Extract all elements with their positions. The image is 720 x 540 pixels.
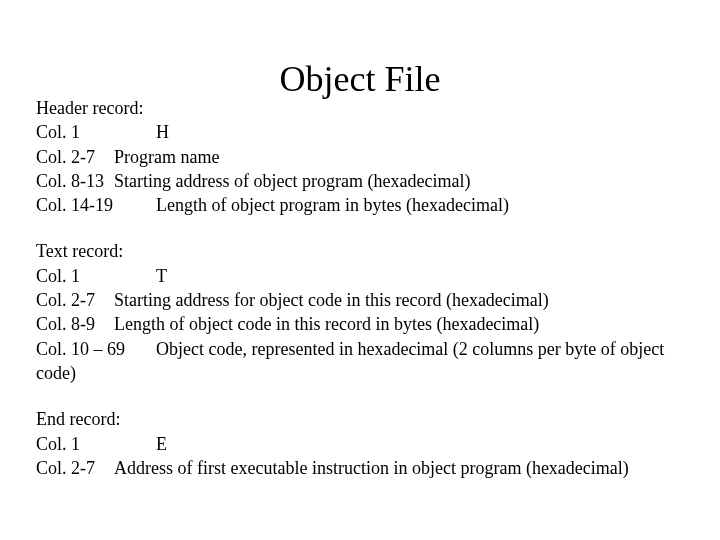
text-record-section: Text record: Col. 1T Col. 2-7Starting ad… xyxy=(36,239,684,385)
col-cell: Col. 2-7 xyxy=(36,456,114,480)
col-cell: Col. 1 xyxy=(36,120,156,144)
desc-cell: Starting address for object code in this… xyxy=(114,290,549,310)
text-row: Col. 2-7Starting address for object code… xyxy=(36,288,684,312)
desc-cell: H xyxy=(156,122,169,142)
header-record-label: Header record: xyxy=(36,96,684,120)
end-row: Col. 1E xyxy=(36,432,684,456)
text-record-label: Text record: xyxy=(36,239,684,263)
header-record-section: Header record: Col. 1H Col. 2-7Program n… xyxy=(36,96,684,217)
header-row: Col. 8-13Starting address of object prog… xyxy=(36,169,684,193)
end-row: Col. 2-7Address of first executable inst… xyxy=(36,456,684,480)
desc-cell: Length of object program in bytes (hexad… xyxy=(156,195,509,215)
desc-cell: E xyxy=(156,434,167,454)
end-record-label: End record: xyxy=(36,407,684,431)
desc-cell: Address of first executable instruction … xyxy=(114,458,629,478)
col-cell: Col. 2-7 xyxy=(36,145,114,169)
text-row: Col. 10 – 69Object code, represented in … xyxy=(36,337,684,386)
content-body: Header record: Col. 1H Col. 2-7Program n… xyxy=(36,96,684,502)
desc-cell: T xyxy=(156,266,167,286)
header-row: Col. 14-19Length of object program in by… xyxy=(36,193,684,217)
col-cell: Col. 10 – 69 xyxy=(36,337,156,361)
col-cell: Col. 1 xyxy=(36,264,156,288)
desc-cell: Starting address of object program (hexa… xyxy=(114,171,470,191)
text-row: Col. 8-9Length of object code in this re… xyxy=(36,312,684,336)
header-row: Col. 1H xyxy=(36,120,684,144)
desc-cell: Length of object code in this record in … xyxy=(114,314,539,334)
page-title: Object File xyxy=(0,58,720,100)
end-record-section: End record: Col. 1E Col. 2-7Address of f… xyxy=(36,407,684,480)
header-row: Col. 2-7Program name xyxy=(36,145,684,169)
col-cell: Col. 8-13 xyxy=(36,169,114,193)
text-row: Col. 1T xyxy=(36,264,684,288)
col-cell: Col. 1 xyxy=(36,432,156,456)
col-cell: Col. 14-19 xyxy=(36,193,156,217)
col-cell: Col. 8-9 xyxy=(36,312,114,336)
desc-cell: Program name xyxy=(114,147,219,167)
col-cell: Col. 2-7 xyxy=(36,288,114,312)
